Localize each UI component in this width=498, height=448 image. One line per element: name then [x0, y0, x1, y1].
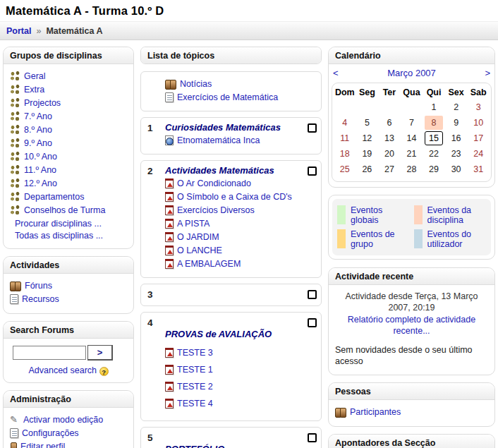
- calendar-day: 6: [380, 116, 399, 130]
- category-extra-item: Procurar disciplinas ...: [10, 218, 127, 230]
- category-link[interactable]: 12.º Ano: [24, 178, 57, 188]
- calendar-day-name: Qua: [401, 86, 423, 99]
- help-icon[interactable]: ?: [99, 367, 109, 376]
- activity-link[interactable]: Recursos: [22, 294, 59, 304]
- calendar-day-name: Sab: [467, 86, 490, 99]
- search-submit-button[interactable]: >: [87, 345, 113, 361]
- calendar-day: 17: [469, 131, 487, 145]
- calendar-day: 25: [336, 162, 354, 176]
- legend-grid: Eventos globais Eventos da disciplina Ev…: [332, 199, 491, 255]
- topic-resource-link[interactable]: O JARDIM: [177, 232, 219, 242]
- legend-label-link[interactable]: Eventos de grupo: [351, 229, 410, 249]
- calendar-nav: < Março 2007 >: [329, 64, 494, 83]
- full-report-link[interactable]: Relatório completo de actividade recente…: [335, 314, 488, 337]
- category-list-item: 10.º Ano: [10, 151, 127, 163]
- topic-body: Actividades Matemáticas O Ar Condicionad…: [165, 165, 300, 272]
- category-link[interactable]: 7.º Ano: [24, 111, 52, 121]
- topic-resource-link[interactable]: Notícias: [180, 79, 212, 89]
- topic-number: [147, 76, 165, 105]
- topic-resource-link[interactable]: TESTE 3: [177, 348, 213, 358]
- category-link[interactable]: 10.º Ano: [24, 152, 57, 162]
- category-list-item: 11.º Ano: [10, 164, 127, 176]
- topic-title: PORTEFÓLIO: [165, 444, 300, 448]
- legend-item: Eventos de grupo: [337, 229, 410, 249]
- left-column: Grupos de disciplinas Geral Extra P: [3, 47, 134, 448]
- calendar-day: 10: [469, 116, 487, 130]
- topic-resource-link[interactable]: Exercícios Diversos: [177, 205, 255, 215]
- calendar-day: [380, 100, 399, 114]
- topic-resource-link[interactable]: TESTE 4: [177, 399, 213, 408]
- participants-link[interactable]: Participantes: [350, 407, 401, 417]
- collapse-topic-checkbox[interactable]: [308, 433, 317, 442]
- topic-resource-link[interactable]: Etnomatemática Inca: [177, 135, 260, 145]
- forum-icon: [10, 281, 21, 291]
- topic-resource-link[interactable]: O Símbolo e a Caixa de CD's: [177, 192, 292, 202]
- calendar-day: 7: [403, 116, 421, 130]
- recent-activity-since: Actividade desde Terça, 13 Março 2007, 2…: [335, 291, 488, 313]
- category-link[interactable]: Projectos: [24, 98, 61, 108]
- admin-link[interactable]: Configurações: [22, 428, 79, 438]
- calendar-day: 21: [403, 147, 421, 161]
- legend-label-link[interactable]: Eventos da disciplina: [427, 205, 487, 225]
- topic-resource-link[interactable]: A PISTA: [177, 219, 209, 229]
- topic-resource-link[interactable]: A EMBALAGEM: [177, 259, 241, 269]
- topic-resource-link[interactable]: TESTE 2: [177, 382, 213, 392]
- category-extra-link[interactable]: Procurar disciplinas ...: [15, 219, 102, 229]
- pdf-icon: [165, 365, 174, 375]
- admin-link[interactable]: Editar perfil: [20, 442, 65, 448]
- calendar-day-name: Qui: [423, 86, 445, 99]
- block-title: Apontadores da Secção: [329, 435, 494, 448]
- calendar-day: [336, 100, 354, 114]
- category-link[interactable]: Conselhos de Turma: [24, 205, 105, 215]
- calendar-day: 30: [447, 162, 466, 176]
- administration-list: Activar modo edição Configurações Editar…: [4, 408, 133, 448]
- topic-section: 5 PORTEFÓLIO: [140, 427, 322, 448]
- webpage-icon: [165, 135, 174, 145]
- collapse-topic-checkbox[interactable]: [308, 290, 317, 299]
- topic-resource-item: A PISTA: [165, 218, 300, 229]
- admin-link[interactable]: Activar modo edição: [23, 415, 103, 425]
- calendar-prev-link[interactable]: <: [333, 68, 348, 78]
- calendar-day: 5: [358, 116, 377, 130]
- topic-resource-item: TESTE 3: [165, 347, 300, 358]
- collapse-topic-checkbox[interactable]: [308, 167, 317, 176]
- category-link[interactable]: Departamentos: [24, 192, 84, 202]
- admin-list-item: Activar modo edição: [10, 414, 127, 426]
- center-column: Lista de tópicos Notícias: [140, 47, 322, 448]
- topic-resource-link[interactable]: Exercícios de Matemática: [177, 92, 278, 102]
- calendar-day: 4: [336, 116, 354, 130]
- collapse-topic-checkbox[interactable]: [308, 318, 317, 327]
- breadcrumb-separator: »: [36, 26, 41, 36]
- category-link[interactable]: 11.º Ano: [24, 165, 56, 175]
- category-link[interactable]: Extra: [24, 85, 44, 95]
- topic-resource-link[interactable]: O LANCHE: [177, 246, 222, 255]
- topic-resource-link[interactable]: O Ar Condicionado: [177, 178, 251, 188]
- category-link[interactable]: 9.º Ano: [24, 138, 52, 148]
- category-extra-link[interactable]: Todas as disciplinas ...: [15, 231, 103, 241]
- calendar-month-link[interactable]: Março 2007: [348, 68, 475, 78]
- breadcrumb-home-link[interactable]: Portal: [6, 26, 31, 36]
- topic-resource-item: O JARDIM: [165, 231, 300, 243]
- activity-link[interactable]: Fóruns: [25, 281, 52, 291]
- category-list-item: Projectos: [10, 97, 127, 109]
- calendar-day: [403, 100, 421, 114]
- calendar-grid: DomSegTerQuaQuiSexSab: [332, 83, 492, 182]
- topic-resource-item: O LANCHE: [165, 245, 300, 256]
- search-input[interactable]: [13, 346, 86, 360]
- category-link[interactable]: 8.º Ano: [24, 125, 52, 135]
- collapse-topic-checkbox[interactable]: [308, 123, 317, 133]
- category-link[interactable]: Geral: [24, 71, 46, 81]
- legend-label-link[interactable]: Eventos do utilizador: [427, 229, 487, 249]
- calendar-day: 9: [447, 116, 466, 130]
- legend-label-link[interactable]: Eventos globais: [351, 205, 410, 225]
- topic-resource-link[interactable]: TESTE 1: [177, 365, 213, 375]
- participants-icon: [335, 407, 346, 417]
- calendar-next-link[interactable]: >: [475, 68, 490, 78]
- topic-section: 1 Curiosidades Matemáticas Etnomatemátic…: [140, 117, 322, 155]
- topic-items: TESTE 3 TESTE 1 TESTE 2: [165, 347, 300, 409]
- people-list: Participantes: [329, 400, 494, 426]
- category-icon: [10, 125, 20, 135]
- topic-title: PROVAS de AVALIAÇÃO: [165, 329, 300, 339]
- advanced-search-link[interactable]: Advanced search: [28, 365, 97, 375]
- topic-body: Curiosidades Matemáticas Etnomatemática …: [165, 122, 300, 148]
